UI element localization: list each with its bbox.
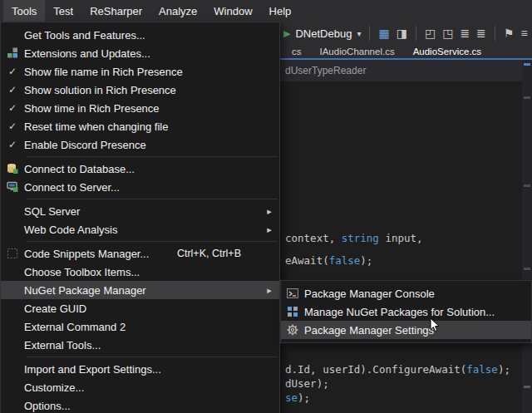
server-icon (1, 181, 24, 193)
replace-icon[interactable]: ◨ (397, 27, 407, 39)
menu-item-label: Connect to Database... (24, 163, 135, 175)
nuget-submenu: Package Manager Console Manage NuGet Pac… (280, 280, 532, 343)
layout-left-icon[interactable]: ◰ (425, 27, 436, 39)
menu-item-create-guid[interactable]: Create GUID (1, 299, 279, 317)
menubar-item-resharper[interactable]: ReSharper (81, 0, 150, 22)
menu-item-code-snippets-manager[interactable]: Code Snippets Manager... Ctrl+K, Ctrl+B (1, 244, 279, 263)
submenu-item-manage-nuget-packages[interactable]: Manage NuGet Packages for Solution... (281, 302, 531, 321)
code-line: context, string input, (285, 232, 423, 244)
submenu-arrow-icon: ▸ (263, 206, 276, 217)
debug-target-selector[interactable]: DNetDebug (295, 27, 352, 40)
database-icon (1, 163, 24, 175)
menu-item-show-time[interactable]: ✓ Show time in Rich Presence (1, 99, 279, 117)
menu-item-connect-to-server[interactable]: Connect to Server... (1, 178, 279, 196)
menu-item-shortcut: Ctrl+K, Ctrl+B (177, 248, 241, 259)
menubar-item-analyze[interactable]: Analyze (150, 0, 205, 22)
indent-increase-icon[interactable]: ≣ (476, 27, 486, 39)
menu-item-sql-server[interactable]: SQL Server ▸ (1, 202, 279, 220)
menubar-item-tools[interactable]: Tools (3, 0, 45, 22)
menu-item-choose-toolbox-items[interactable]: Choose Toolbox Items... (1, 263, 279, 281)
checkmark-icon: ✓ (8, 102, 17, 114)
menu-separator (26, 156, 278, 157)
menu-item-label: Show time in Rich Presence (24, 102, 160, 115)
menu-item-label: Connect to Server... (24, 181, 120, 194)
menu-item-web-code-analysis[interactable]: Web Code Analysis ▸ (1, 220, 279, 238)
menu-item-customize[interactable]: Customize... (1, 378, 279, 396)
menu-item-label: NuGet Package Manager (24, 284, 146, 297)
menu-item-options[interactable]: Options... (1, 396, 279, 413)
tab-truncated[interactable]: cs (283, 47, 311, 57)
tab-audioservice[interactable]: AudioService.cs (404, 47, 490, 57)
menu-item-enable-discord-presence[interactable]: ✓ Enable Discord Presence (1, 135, 279, 154)
menu-item-label: Get Tools and Features... (24, 29, 145, 42)
menu-item-extensions-and-updates[interactable]: Extensions and Updates... (1, 44, 279, 62)
menu-item-reset-time[interactable]: ✓ Reset time when changing file (1, 117, 279, 135)
scrollbar-mark (524, 268, 530, 270)
menu-separator (26, 241, 278, 242)
menu-item-label: Enable Discord Presence (24, 139, 146, 151)
toolbar-separator (495, 26, 495, 41)
vs-window: Tools Test ReSharper Analyze Window Help… (0, 0, 532, 413)
menu-item-label: Manage NuGet Packages for Solution... (304, 306, 495, 318)
submenu-arrow-icon: ▸ (263, 224, 276, 235)
layout-right-icon[interactable]: ◳ (442, 27, 453, 39)
menubar-item-test[interactable]: Test (45, 0, 81, 22)
chevron-down-icon[interactable]: ▾ (357, 29, 361, 38)
menu-item-connect-to-database[interactable]: Connect to Database... (1, 160, 279, 178)
code-line: d.Id, userId).ConfigureAwait(false); (285, 363, 510, 376)
submenu-item-package-manager-settings[interactable]: Package Manager Settings (281, 321, 531, 339)
indent-decrease-icon[interactable]: ≣ (460, 27, 470, 39)
menu-item-label: Package Manager Console (304, 288, 435, 300)
editor-scrollbar[interactable] (522, 60, 532, 413)
extensions-icon (1, 47, 24, 59)
checkmark-icon: ✓ (8, 120, 17, 132)
menubar-item-window[interactable]: Window (205, 0, 260, 22)
menu-item-import-export-settings[interactable]: Import and Export Settings... (1, 360, 279, 378)
bookmark-icon[interactable]: ⚑ (504, 27, 515, 39)
snippets-icon (1, 248, 24, 259)
menu-item-get-tools-and-features[interactable]: Get Tools and Features... (1, 26, 279, 44)
scrollbar-mark (524, 63, 530, 66)
toolbar-separator (416, 26, 416, 41)
submenu-arrow-icon: ▸ (263, 285, 276, 296)
menu-item-label: Options... (24, 400, 71, 412)
scrollbar-mark (524, 96, 530, 99)
menu-item-label: Create GUID (24, 302, 86, 315)
menu-item-label: Choose Toolbox Items... (24, 266, 140, 278)
menu-item-label: External Command 2 (24, 321, 126, 333)
start-debug-icon[interactable]: ▶ (283, 28, 290, 39)
menu-item-label: SQL Server (24, 205, 80, 218)
toolbar-separator (369, 26, 370, 41)
code-line: se); (285, 391, 310, 404)
menubar-item-help[interactable]: Help (261, 0, 300, 22)
code-line: dUser); (285, 377, 329, 390)
menu-item-show-file-name[interactable]: ✓ Show file name in Rich Presence (1, 62, 279, 81)
menu-item-label: Show file name in Rich Presence (24, 66, 183, 78)
console-icon (281, 288, 304, 299)
menu-item-nuget-package-manager[interactable]: NuGet Package Manager ▸ (1, 281, 279, 299)
menu-item-external-command-2[interactable]: External Command 2 (1, 317, 279, 336)
menu-item-label: Web Code Analysis (24, 224, 118, 236)
gear-icon (281, 324, 304, 336)
navbar-type-name: dUserTypeReader (285, 65, 366, 76)
checkmark-icon: ✓ (8, 66, 17, 77)
menu-item-label: External Tools... (24, 339, 101, 352)
code-line: eAwait(false); (285, 254, 372, 267)
tools-menu: Get Tools and Features... Extensions and… (0, 22, 280, 413)
attach-icon[interactable]: ▦ (378, 27, 389, 39)
scrollbar-mark (524, 184, 530, 187)
menu-item-label: Import and Export Settings... (24, 363, 161, 376)
scrollbar-mark (524, 386, 530, 388)
task-list-icon[interactable]: ≡ (520, 27, 527, 39)
menu-item-label: Show solution in Rich Presence (24, 84, 176, 96)
menu-item-label: Code Snippets Manager... (24, 248, 149, 260)
submenu-item-package-manager-console[interactable]: Package Manager Console (281, 284, 531, 302)
checkmark-icon: ✓ (8, 139, 17, 150)
menu-item-label: Extensions and Updates... (24, 47, 150, 60)
menu-separator (26, 356, 278, 357)
menu-item-label: Reset time when changing file (24, 120, 168, 133)
menu-item-show-solution[interactable]: ✓ Show solution in Rich Presence (1, 81, 279, 99)
tab-iaudiochannel[interactable]: IAudioChannel.cs (311, 47, 404, 57)
menu-item-external-tools[interactable]: External Tools... (1, 336, 279, 354)
manage-packages-icon (281, 306, 304, 317)
